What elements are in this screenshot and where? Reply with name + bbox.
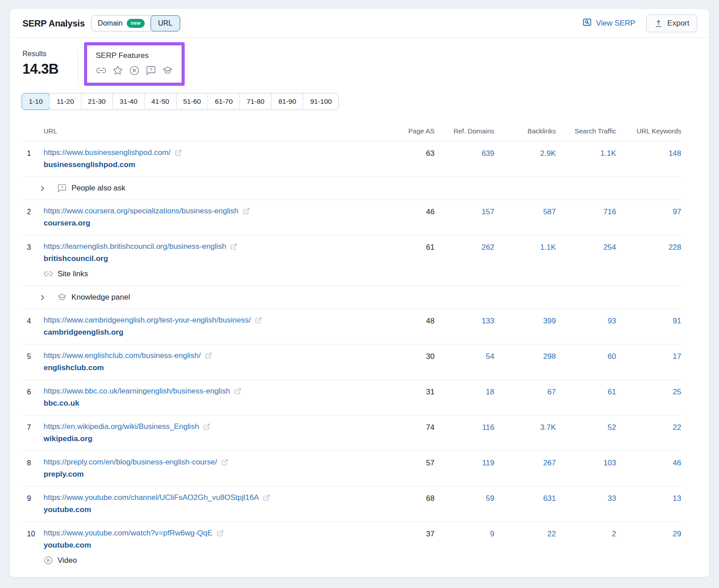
root-domain-link[interactable]: britishcouncil.org	[44, 254, 381, 263]
pagination-range-51-60[interactable]: 51-60	[176, 93, 208, 110]
root-domain-link[interactable]: businessenglishpod.com	[44, 160, 381, 169]
search-traffic-link[interactable]: 93	[556, 316, 616, 337]
export-button[interactable]: Export	[646, 14, 697, 32]
pagination-range-31-40[interactable]: 31-40	[112, 93, 144, 110]
url-keywords-link[interactable]: 29	[616, 529, 681, 565]
backlinks-link[interactable]: 67	[494, 387, 556, 408]
rank-number: 5	[22, 351, 44, 372]
ref-domains-link[interactable]: 9	[435, 529, 494, 565]
root-domain-link[interactable]: cambridgeenglish.org	[44, 328, 381, 337]
external-link-icon[interactable]	[255, 317, 262, 324]
video-icon[interactable]	[129, 65, 140, 76]
pagination-range-1-10[interactable]: 1-10	[22, 93, 50, 110]
result-url-link[interactable]: https://www.bbc.co.uk/learningenglish/bu…	[44, 387, 230, 396]
people-also-ask-icon[interactable]: ?	[146, 65, 156, 76]
url-keywords-link[interactable]: 91	[616, 316, 681, 337]
backlinks-link[interactable]: 298	[494, 351, 556, 372]
search-traffic-link[interactable]: 52	[556, 422, 616, 443]
backlinks-link[interactable]: 587	[494, 207, 556, 228]
url-keywords-link[interactable]: 22	[616, 422, 681, 443]
external-link-icon[interactable]	[243, 208, 250, 215]
ref-domains-link[interactable]: 639	[435, 148, 494, 169]
backlinks-link[interactable]: 631	[494, 493, 556, 514]
root-domain-link[interactable]: englishclub.com	[44, 363, 381, 372]
result-url-link[interactable]: https://www.cambridgeenglish.org/test-yo…	[44, 316, 251, 325]
url-line: https://www.englishclub.com/business-eng…	[44, 351, 381, 360]
toggle-domain[interactable]: Domain new	[92, 16, 151, 31]
ref-domains-link[interactable]: 59	[435, 493, 494, 514]
result-url-link[interactable]: https://www.youtube.com/watch?v=pfRw6wg-…	[44, 529, 213, 538]
table-row: 10https://www.youtube.com/watch?v=pfRw6w…	[22, 522, 681, 572]
result-url-link[interactable]: https://en.wikipedia.org/wiki/Business_E…	[44, 422, 199, 431]
url-keywords-link[interactable]: 17	[616, 351, 681, 372]
external-link-icon[interactable]	[263, 494, 270, 501]
view-serp-button[interactable]: View SERP	[582, 18, 635, 29]
backlinks-link[interactable]: 2.9K	[494, 148, 556, 169]
root-domain-link[interactable]: youtube.com	[44, 505, 381, 514]
root-domain-link[interactable]: coursera.org	[44, 219, 381, 228]
search-traffic-link[interactable]: 103	[556, 458, 616, 479]
backlinks-link[interactable]: 399	[494, 316, 556, 337]
serp-feature-row[interactable]: Knowledge panel	[22, 286, 681, 309]
external-link-icon[interactable]	[175, 149, 182, 156]
pagination-range-71-80[interactable]: 71-80	[240, 93, 271, 110]
url-line: https://www.youtube.com/watch?v=pfRw6wg-…	[44, 529, 381, 538]
sitelinks-icon[interactable]	[96, 65, 107, 76]
search-traffic-link[interactable]: 2	[556, 529, 616, 565]
pagination-range-81-90[interactable]: 81-90	[271, 93, 303, 110]
result-url-link[interactable]: https://learnenglish.britishcouncil.org/…	[44, 242, 226, 251]
backlinks-link[interactable]: 3.7K	[494, 422, 556, 443]
knowledge-panel-icon[interactable]	[162, 65, 173, 76]
external-link-icon[interactable]	[217, 530, 224, 537]
root-domain-link[interactable]: preply.com	[44, 470, 381, 479]
pagination-range-41-50[interactable]: 41-50	[144, 93, 176, 110]
url-keywords-link[interactable]: 97	[616, 207, 681, 228]
ref-domains-link[interactable]: 119	[435, 458, 494, 479]
external-link-icon[interactable]	[205, 352, 212, 359]
pagination-range-91-100[interactable]: 91-100	[303, 93, 338, 110]
result-url-link[interactable]: https://preply.com/en/blog/business-engl…	[44, 458, 217, 467]
page-as-value: 68	[381, 493, 435, 514]
chevron-right-icon[interactable]	[39, 294, 46, 301]
pagination-range-21-30[interactable]: 21-30	[81, 93, 113, 110]
pagination-range-61-70[interactable]: 61-70	[208, 93, 240, 110]
search-traffic-link[interactable]: 33	[556, 493, 616, 514]
ref-domains-link[interactable]: 262	[435, 242, 494, 279]
result-url-link[interactable]: https://www.coursera.org/specializations…	[44, 207, 239, 216]
search-traffic-link[interactable]: 61	[556, 387, 616, 408]
page-as-value: 37	[381, 529, 435, 565]
root-domain-link[interactable]: youtube.com	[44, 541, 381, 550]
url-keywords-link[interactable]: 25	[616, 387, 681, 408]
ref-domains-link[interactable]: 133	[435, 316, 494, 337]
root-domain-link[interactable]: bbc.co.uk	[44, 399, 381, 408]
reviews-icon[interactable]	[112, 65, 123, 76]
url-keywords-link[interactable]: 46	[616, 458, 681, 479]
root-domain-link[interactable]: wikipedia.org	[44, 434, 381, 443]
result-url-link[interactable]: https://www.englishclub.com/business-eng…	[44, 351, 201, 360]
search-traffic-link[interactable]: 60	[556, 351, 616, 372]
pagination-range-11-20[interactable]: 11-20	[49, 93, 81, 110]
result-url-link[interactable]: https://www.businessenglishpod.com/	[44, 148, 171, 157]
backlinks-link[interactable]: 1.1K	[494, 242, 556, 279]
backlinks-link[interactable]: 22	[494, 529, 556, 565]
serp-feature-row[interactable]: ?People also ask	[22, 177, 681, 199]
external-link-icon[interactable]	[203, 423, 210, 430]
toggle-url[interactable]: URL	[151, 15, 180, 31]
ref-domains-link[interactable]: 54	[435, 351, 494, 372]
ref-domains-link[interactable]: 18	[435, 387, 494, 408]
search-traffic-link[interactable]: 1.1K	[556, 148, 616, 169]
ref-domains-link[interactable]: 157	[435, 207, 494, 228]
url-keywords-link[interactable]: 13	[616, 493, 681, 514]
ref-domains-link[interactable]: 116	[435, 422, 494, 443]
chevron-right-icon[interactable]	[39, 185, 46, 192]
search-traffic-link[interactable]: 716	[556, 207, 616, 228]
page-as-value: 31	[381, 387, 435, 408]
result-url-link[interactable]: https://www.youtube.com/channel/UCliFsAO…	[44, 493, 259, 502]
backlinks-link[interactable]: 267	[494, 458, 556, 479]
external-link-icon[interactable]	[234, 388, 241, 395]
external-link-icon[interactable]	[230, 243, 237, 250]
external-link-icon[interactable]	[221, 459, 228, 466]
search-traffic-link[interactable]: 254	[556, 242, 616, 279]
url-keywords-link[interactable]: 148	[616, 148, 681, 169]
url-keywords-link[interactable]: 228	[616, 242, 681, 279]
